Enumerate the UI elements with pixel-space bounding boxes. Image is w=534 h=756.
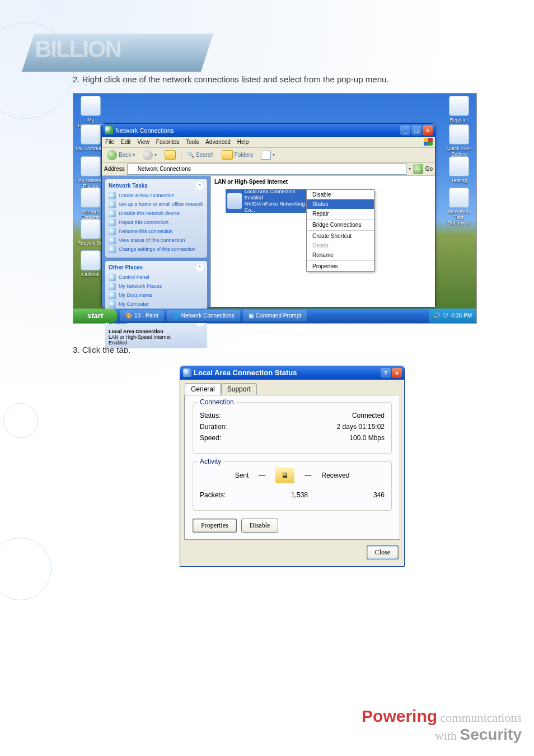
tray-icon[interactable]: 🛡 xyxy=(443,312,448,319)
duration-value: 2 days 01:15:02 xyxy=(337,423,385,431)
activity-fieldset: Activity Sent — 🖥 — Received Packets: 1,… xyxy=(193,461,392,511)
deskicon-voip[interactable]: Quick VoIP Setting xyxy=(444,124,474,157)
place-my-computer[interactable]: My Computer xyxy=(109,301,204,308)
deskicon-newdoc[interactable]: New Rich Text Document xyxy=(444,188,474,226)
taskbar-item-netconn[interactable]: 🌐Network Connections xyxy=(167,310,240,321)
folders-button[interactable]: Folders xyxy=(219,149,256,161)
place-control-panel[interactable]: Control Panel xyxy=(109,274,204,281)
go-button[interactable]: → xyxy=(413,164,423,174)
collapse-icon[interactable]: ⌃ xyxy=(196,182,204,190)
packets-label: Packets: xyxy=(200,491,226,499)
speed-value: 100.0 Mbps xyxy=(349,434,385,442)
ctx-bridge[interactable]: Bridge Connections xyxy=(307,220,374,230)
close-button[interactable]: × xyxy=(392,368,402,378)
task-change-settings[interactable]: Change settings of this connection xyxy=(109,246,204,253)
system-tray[interactable]: 🔊 🛡 4:36 PM xyxy=(429,309,476,323)
address-input[interactable] xyxy=(127,164,406,175)
activity-dash-l: — xyxy=(259,472,265,479)
tab-general[interactable]: General xyxy=(185,383,221,395)
tray-clock: 4:36 PM xyxy=(451,312,472,319)
connection-item[interactable]: Local Area Connection Enabled NVIDIA nFo… xyxy=(226,189,308,213)
nic-icon xyxy=(227,193,242,209)
go-label: Go xyxy=(425,166,433,172)
search-button[interactable]: 🔍Search xyxy=(185,151,217,159)
ctx-disable[interactable]: Disable xyxy=(307,190,374,199)
address-bar: Address ▾ → Go xyxy=(102,163,435,176)
menu-file[interactable]: File xyxy=(105,139,114,145)
menu-advanced[interactable]: Advanced xyxy=(205,139,230,145)
place-my-documents[interactable]: My Documents xyxy=(109,292,204,299)
other-places-box: Other Places⌃ Control Panel My Network P… xyxy=(105,261,207,312)
network-tasks-header: Network Tasks xyxy=(109,183,148,189)
ctx-delete: Delete xyxy=(307,241,374,250)
task-view-status[interactable]: View status of this connection xyxy=(109,237,204,244)
activity-legend: Activity xyxy=(198,458,223,465)
menu-view[interactable]: View xyxy=(137,139,149,145)
taskbar-item-paint[interactable]: 🎨13 - Paint xyxy=(120,310,164,321)
network-connections-window: Network Connections _ □ × File Edit View… xyxy=(101,123,435,306)
activity-dash-r: — xyxy=(305,472,311,479)
tray-icon[interactable]: 🔊 xyxy=(433,312,440,319)
tab-support[interactable]: Support xyxy=(221,383,257,395)
menu-tools[interactable]: Tools xyxy=(186,139,199,145)
ctx-status[interactable]: Status xyxy=(307,199,374,209)
forward-button[interactable]: ▾ xyxy=(140,149,160,161)
network-tasks-box: Network Tasks⌃ Create a new connection S… xyxy=(105,179,207,258)
connection-legend: Connection xyxy=(198,398,236,406)
close-button[interactable]: × xyxy=(423,125,433,136)
window-icon xyxy=(105,126,113,134)
help-button[interactable]: ? xyxy=(381,368,391,378)
ctx-properties[interactable]: Properties xyxy=(307,262,374,271)
views-button[interactable]: ▾ xyxy=(258,150,278,161)
ctx-shortcut[interactable]: Create Shortcut xyxy=(307,231,374,241)
task-rename[interactable]: Rename this connection xyxy=(109,228,204,235)
billion-logo: BILLION xyxy=(22,34,213,72)
task-new-connection[interactable]: Create a new connection xyxy=(109,192,204,199)
task-repair[interactable]: Repair this connection xyxy=(109,219,204,226)
deskicon-register[interactable]: Register Account xyxy=(444,96,474,128)
menubar: File Edit View Favorites Tools Advanced … xyxy=(102,137,435,148)
collapse-icon[interactable]: ⌃ xyxy=(196,264,204,272)
task-home-network[interactable]: Set up a home or small office network xyxy=(109,201,204,208)
footer-slogan: Powering communications with Security xyxy=(362,707,522,744)
taskbar-item-cmd[interactable]: ▣Command Prompt xyxy=(243,310,307,321)
deskicon-mydocuments[interactable]: My Documents xyxy=(76,96,106,128)
menu-edit[interactable]: Edit xyxy=(121,139,130,145)
dialog-icon xyxy=(183,368,191,377)
screenshot-network-connections: My Documents My Computer My Network Plac… xyxy=(73,93,477,324)
speed-label: Speed: xyxy=(200,434,221,442)
detail-state: Enabled xyxy=(109,340,204,346)
menu-favorites[interactable]: Favorites xyxy=(156,139,179,145)
conn-name: Local Area Connection xyxy=(245,189,307,195)
conn-state: Enabled xyxy=(245,195,307,201)
detail-name: Local Area Connection xyxy=(109,329,204,334)
lan-group-header: LAN or High-Speed Internet xyxy=(211,177,435,186)
back-button[interactable]: Back▾ xyxy=(104,149,138,161)
deskicon-testing[interactable]: Testing xyxy=(444,156,474,183)
dialog-title: Local Area Connection Status xyxy=(194,368,297,377)
taskbar: start 🎨13 - Paint 🌐Network Connections ▣… xyxy=(73,309,476,323)
received-label: Received xyxy=(321,472,349,479)
ctx-repair[interactable]: Repair xyxy=(307,209,374,218)
minimize-button[interactable]: _ xyxy=(400,125,410,136)
task-disable[interactable]: Disable this network device xyxy=(109,210,204,217)
menu-help[interactable]: Help xyxy=(237,139,249,145)
place-network-places[interactable]: My Network Places xyxy=(109,283,204,290)
other-places-header: Other Places xyxy=(109,264,143,270)
sidebar: Network Tasks⌃ Create a new connection S… xyxy=(102,176,210,307)
address-label: Address xyxy=(104,166,125,172)
status-value: Connected xyxy=(352,412,385,419)
up-button[interactable] xyxy=(162,149,179,161)
start-button[interactable]: start xyxy=(73,309,117,323)
maximize-button[interactable]: □ xyxy=(411,125,421,136)
activity-icon: 🖥 xyxy=(275,468,294,483)
context-menu: Disable Status Repair Bridge Connections… xyxy=(306,189,374,272)
ctx-rename[interactable]: Rename xyxy=(307,250,374,260)
window-title: Network Connections xyxy=(115,127,174,134)
window-titlebar[interactable]: Network Connections _ □ × xyxy=(102,124,435,137)
dialog-titlebar[interactable]: Local Area Connection Status ? × xyxy=(180,366,404,380)
content-pane: LAN or High-Speed Internet Local Area Co… xyxy=(210,176,435,307)
conn-nic: NVIDIA nForce Networking Co... xyxy=(245,201,307,213)
toolbar: Back▾ ▾ | 🔍Search Folders ▾ xyxy=(102,148,435,163)
packets-received: 346 xyxy=(373,491,385,499)
